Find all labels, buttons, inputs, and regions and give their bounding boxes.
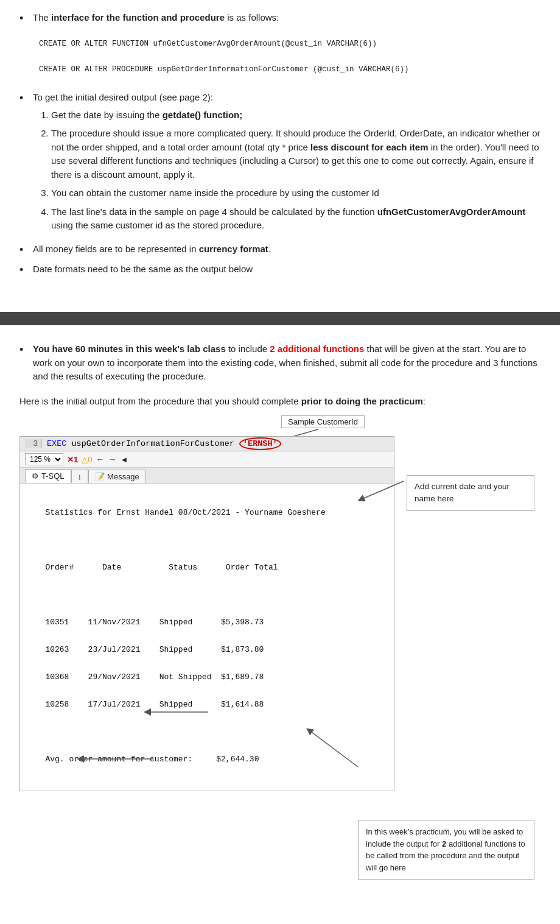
exec-keyword: EXEC — [47, 439, 66, 448]
list-item-4: The last line's data in the sample on pa… — [51, 205, 541, 233]
tab-sort[interactable]: ↕ — [71, 470, 89, 483]
bullet-dot-5: • — [19, 342, 33, 358]
practicum-callout-text: In this week's practicum, you will be as… — [358, 820, 534, 880]
svg-line-4 — [309, 730, 358, 767]
query-text: EXEC uspGetOrderInformationForCustomer '… — [47, 439, 281, 448]
sort-icon: ↕ — [78, 472, 82, 481]
gear-icon: ⚙ — [32, 471, 39, 481]
bullet-money: • All money fields are to be represented… — [19, 242, 541, 258]
bullet-dot-2: • — [19, 91, 33, 106]
col-headers: Order# Date Status Order Total — [31, 563, 383, 572]
name-callout-text: Add current date and your name here — [407, 475, 534, 511]
proc-name: uspGetOrderInformationForCustomer — [72, 439, 239, 448]
blank-line-1 — [31, 535, 383, 545]
message-icon: 📝 — [95, 472, 105, 481]
callout-label-area: Sample CustomerId — [19, 414, 541, 436]
practicum-callout-box: In this week's practicum, you will be as… — [358, 814, 534, 880]
list-item-2: The procedure should issue a more compli… — [51, 127, 541, 182]
tab-message[interactable]: 📝 Message — [88, 470, 146, 483]
interface-text: The interface for the function and proce… — [33, 11, 279, 25]
money-text: All money fields are to be represented i… — [33, 242, 271, 256]
message-tab-label: Message — [107, 472, 139, 481]
initial-output-text: To get the initial desired output (see p… — [33, 91, 541, 238]
stats-header: Statistics for Ernst Handel 08/Oct/2021 … — [31, 508, 383, 517]
initial-output-intro: Here is the initial output from the proc… — [19, 395, 541, 409]
date-text: Date formats need to be the same as the … — [33, 263, 253, 277]
back-arrow[interactable]: ← — [96, 454, 104, 464]
tsql-tab-label: T-SQL — [41, 471, 65, 481]
name-callout-box: Add current date and your name here — [407, 475, 534, 511]
section-divider — [0, 312, 560, 325]
top-section: • The interface for the function and pro… — [0, 0, 560, 301]
practicum-text: You have 60 minutes in this week's lab c… — [33, 342, 541, 384]
interface-bullet: • The interface for the function and pro… — [19, 11, 541, 26]
list-item-1: Get the date by issuing the getdate() fu… — [51, 108, 541, 122]
code-line1: CREATE OR ALTER FUNCTION ufnGetCustomerA… — [39, 40, 377, 48]
order-total-arrow-svg — [141, 703, 214, 721]
sample-customerid-label: Sample CustomerId — [288, 417, 358, 426]
bullet-dot-4: • — [19, 263, 33, 278]
bullet-initial-output: • To get the initial desired output (see… — [19, 91, 541, 238]
interface-bold: interface for the function and procedure — [51, 12, 225, 23]
ernsh-value: 'ERNSH' — [239, 437, 281, 450]
bullet-dot: • — [19, 11, 33, 26]
bottom-section: • You have 60 minutes in this week's lab… — [0, 325, 560, 903]
query-bar: 3 EXEC uspGetOrderInformationForCustomer… — [20, 437, 394, 451]
scroll-indicator: ◄ — [120, 455, 128, 464]
tab-tsql[interactable]: ⚙ T-SQL — [25, 469, 71, 483]
ordered-list: Get the date by issuing the getdate() fu… — [51, 108, 541, 233]
error-icon: ✕ 1 — [67, 455, 78, 464]
practicum-bullet: • You have 60 minutes in this week's lab… — [19, 342, 541, 384]
avg-arrow-svg — [74, 750, 159, 768]
warning-icon: △ 0 — [82, 455, 92, 464]
code-line2: CREATE OR ALTER PROCEDURE uspGetOrderInf… — [39, 65, 409, 74]
line-number: 3 — [25, 439, 42, 448]
blank-line-2 — [31, 590, 383, 599]
ssms-tabs: ⚙ T-SQL ↕ 📝 Message — [20, 468, 394, 484]
row-2: 10263 23/Jul/2021 Shipped $1,873.80 — [31, 645, 383, 654]
ssms-area: Sample CustomerId 3 EXEC uspGetOrderInfo… — [19, 414, 541, 791]
ssms-toolbar: 125 % ✕ 1 △ 0 ← → ◄ — [20, 451, 394, 468]
row-1: 10351 11/Nov/2021 Shipped $5,398.73 — [31, 618, 383, 627]
list-item-3: You can obtain the customer name inside … — [51, 186, 541, 200]
zoom-select[interactable]: 125 % — [25, 453, 63, 465]
practicum-callout-arrow-svg — [303, 724, 364, 773]
bullet-date: • Date formats need to be the same as th… — [19, 263, 541, 278]
bullet-dot-3: • — [19, 242, 33, 258]
forward-arrow[interactable]: → — [108, 454, 116, 464]
code-block: CREATE OR ALTER FUNCTION ufnGetCustomerA… — [19, 31, 541, 82]
svg-line-3 — [361, 481, 404, 499]
name-callout-arrow-svg — [358, 478, 407, 503]
row-3: 10368 29/Nov/2021 Not Shipped $1,689.78 — [31, 672, 383, 682]
